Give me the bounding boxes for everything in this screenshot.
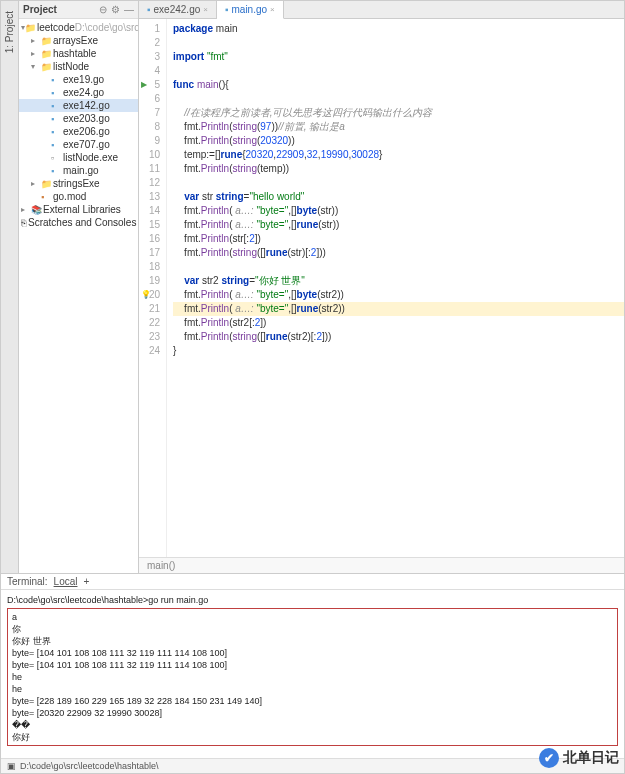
folder-icon: 📁	[41, 179, 51, 189]
editor-tabs: ▪exe242.go×▪main.go×	[139, 1, 624, 19]
breadcrumb[interactable]: main()	[139, 557, 624, 573]
gutter: 12345▶67891011121314151617181920💡2122232…	[139, 19, 167, 557]
tree-label: Scratches and Consoles	[28, 217, 136, 228]
tree-item[interactable]: ▪exe19.go	[19, 73, 138, 86]
folder-icon: 📁	[41, 49, 51, 59]
tree-label: exe19.go	[63, 74, 104, 85]
tree-label: hashtable	[53, 48, 96, 59]
go-icon: ▪	[225, 4, 229, 15]
tree-item[interactable]: ▪exe24.go	[19, 86, 138, 99]
tree-item[interactable]: ▪exe142.go	[19, 99, 138, 112]
tree-item[interactable]: ▸📁arraysExe	[19, 34, 138, 47]
project-tool-tab[interactable]: 1: Project	[1, 1, 19, 573]
terminal-title: Terminal:	[7, 576, 48, 587]
lib-icon: 📚	[31, 205, 41, 215]
terminal-btn[interactable]: ▣	[7, 761, 16, 771]
project-title: Project	[23, 4, 95, 15]
project-panel: Project ⊖ ⚙ — ▾📁leetcode D:\code\go\src\…	[19, 1, 139, 573]
tree-label: exe142.go	[63, 100, 110, 111]
tree-item[interactable]: ▾📁listNode	[19, 60, 138, 73]
run-icon[interactable]: ▶	[141, 78, 147, 92]
editor-tab[interactable]: ▪main.go×	[217, 1, 284, 19]
tree-label: leetcode	[37, 22, 75, 33]
project-tree: ▾📁leetcode D:\code\go\src\lee▸📁arraysExe…	[19, 19, 138, 231]
folder-icon: 📁	[41, 62, 51, 72]
tree-label: arraysExe	[53, 35, 98, 46]
tree-item[interactable]: ▾📁leetcode D:\code\go\src\lee	[19, 21, 138, 34]
tree-label: exe707.go	[63, 139, 110, 150]
terminal-cmd: D:\code\go\src\leetcode\hashtable>go run…	[7, 594, 618, 606]
tree-label: exe24.go	[63, 87, 104, 98]
exe-icon: ▫	[51, 153, 61, 163]
tree-item[interactable]: ▪go.mod	[19, 190, 138, 203]
collapse-icon[interactable]: ⊖	[99, 4, 107, 15]
tree-label: go.mod	[53, 191, 86, 202]
code-editor[interactable]: 12345▶67891011121314151617181920💡2122232…	[139, 19, 624, 557]
brand-logo-icon: ✔	[539, 748, 559, 768]
close-icon[interactable]: ×	[203, 5, 208, 14]
folder-icon: 📁	[41, 36, 51, 46]
status-bar: ▣ D:\code\go\src\leetcode\hashtable\	[1, 758, 624, 773]
tree-label: listNode.exe	[63, 152, 118, 163]
go-icon: ▪	[51, 127, 61, 137]
root-icon: 📁	[25, 23, 35, 33]
editor-tab[interactable]: ▪exe242.go×	[139, 1, 217, 18]
go-icon: ▪	[51, 75, 61, 85]
tree-item[interactable]: ▫listNode.exe	[19, 151, 138, 164]
go-icon: ▪	[147, 4, 151, 15]
go-icon: ▪	[51, 114, 61, 124]
tree-item[interactable]: ⎘Scratches and Consoles	[19, 216, 138, 229]
mod-icon: ▪	[41, 192, 51, 202]
go-icon: ▪	[51, 166, 61, 176]
tree-item[interactable]: ▸📁stringsExe	[19, 177, 138, 190]
tree-label: main.go	[63, 165, 99, 176]
tree-item[interactable]: ▸📁hashtable	[19, 47, 138, 60]
scratch-icon: ⎘	[21, 218, 26, 228]
go-icon: ▪	[51, 140, 61, 150]
terminal-panel: Terminal: Local + D:\code\go\src\leetcod…	[1, 573, 624, 758]
code-lines[interactable]: package main import "fmt" func main(){ /…	[167, 19, 624, 557]
gear-icon[interactable]: ⚙	[111, 4, 120, 15]
tree-label: listNode	[53, 61, 89, 72]
tree-label: exe206.go	[63, 126, 110, 137]
tree-item[interactable]: ▪main.go	[19, 164, 138, 177]
go-icon: ▪	[51, 101, 61, 111]
terminal-tab-local[interactable]: Local	[54, 576, 78, 587]
tree-item[interactable]: ▪exe206.go	[19, 125, 138, 138]
tree-label: exe203.go	[63, 113, 110, 124]
tree-label: stringsExe	[53, 178, 100, 189]
tree-item[interactable]: ▸📚External Libraries	[19, 203, 138, 216]
close-icon[interactable]: ×	[270, 5, 275, 14]
tree-item[interactable]: ▪exe707.go	[19, 138, 138, 151]
terminal-add-tab[interactable]: +	[83, 576, 89, 587]
tree-item[interactable]: ▪exe203.go	[19, 112, 138, 125]
tree-label: External Libraries	[43, 204, 121, 215]
hide-icon[interactable]: —	[124, 4, 134, 15]
brand-watermark: ✔ 北单日记	[539, 748, 619, 768]
terminal-output[interactable]: D:\code\go\src\leetcode\hashtable>go run…	[1, 590, 624, 758]
go-icon: ▪	[51, 88, 61, 98]
bulb-icon[interactable]: 💡	[141, 288, 151, 302]
